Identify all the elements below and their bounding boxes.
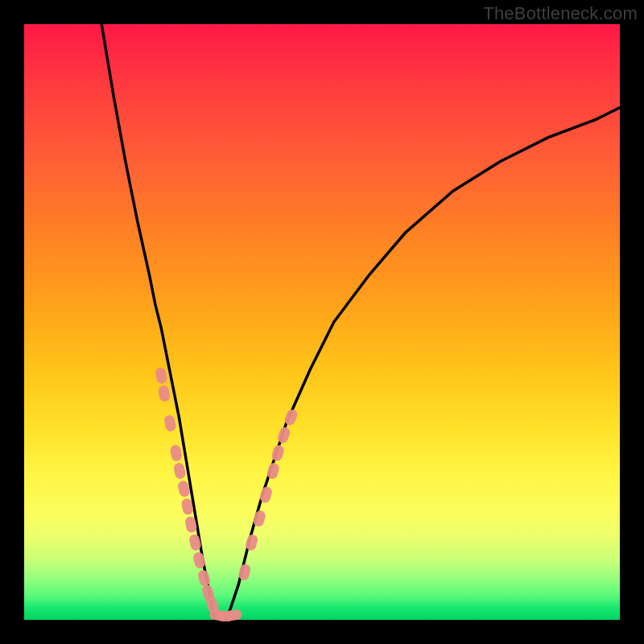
curve-layer xyxy=(101,24,620,620)
series-right-branch xyxy=(227,108,620,620)
chart-frame: TheBottleneck.com xyxy=(0,0,644,644)
series-left-branch xyxy=(101,24,215,620)
plot-area xyxy=(24,24,620,620)
marker-left-markers xyxy=(163,415,177,432)
marker-right-markers xyxy=(276,426,291,444)
marker-left-markers xyxy=(169,444,183,462)
marker-left-markers xyxy=(155,367,167,385)
chart-svg xyxy=(24,24,620,620)
marker-bottom-markers xyxy=(225,609,243,621)
watermark-text: TheBottleneck.com xyxy=(483,3,638,24)
marker-left-markers xyxy=(173,462,187,480)
marker-left-markers xyxy=(158,385,171,402)
